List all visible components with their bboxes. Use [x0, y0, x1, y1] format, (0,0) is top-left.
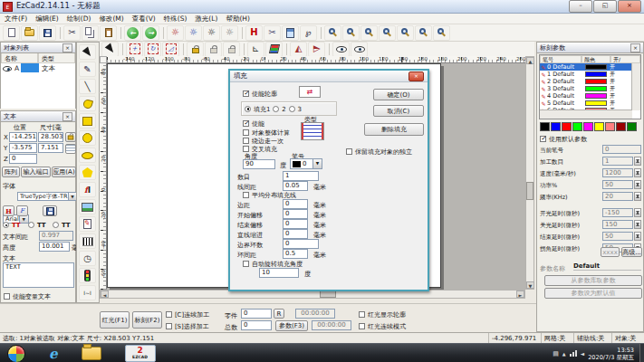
delay-field-2[interactable]: 50 — [602, 232, 633, 241]
text-content-field[interactable]: TEXT — [3, 262, 74, 288]
anchor-grid-button[interactable] — [65, 144, 76, 154]
zoom-window-button[interactable] — [360, 25, 378, 41]
mirror-vertical-button[interactable]: ◭ — [308, 42, 325, 57]
column-name[interactable]: 名称 — [1, 53, 38, 63]
object-name[interactable]: A — [14, 64, 19, 72]
fill-type-button[interactable] — [301, 122, 324, 140]
text-direction-arc[interactable]: TT — [53, 220, 71, 229]
pen-row-3[interactable]: ✎3 Default开 — [540, 85, 640, 92]
angle-field[interactable]: 90 — [243, 159, 275, 169]
continuous-checkbox[interactable]: [C]连续加工 — [166, 310, 209, 319]
input-indicator-icon[interactable]: ▤ — [553, 350, 559, 357]
font-type-select[interactable]: TrueType字体-TR — [17, 192, 78, 201]
ie-taskbar-icon[interactable]: e — [49, 346, 58, 362]
height-field[interactable]: 7.151 — [38, 143, 63, 153]
enable-outline-checkbox[interactable]: 使能轮廓 — [243, 89, 277, 99]
delay-spinner-2[interactable] — [634, 232, 641, 241]
line-tool-button[interactable]: ╲ — [79, 79, 96, 94]
lock-x-button[interactable] — [187, 42, 204, 57]
zoom-page-button[interactable] — [415, 25, 432, 41]
column-type[interactable]: 类型 — [38, 53, 75, 63]
tray-expand-icon[interactable]: ▲ — [562, 351, 566, 357]
use-default-checkbox[interactable]: 使用默认参数 — [540, 134, 587, 144]
total-count-field[interactable]: 0 — [241, 320, 272, 330]
set-default-button[interactable]: 参数设为默认值 — [544, 288, 642, 299]
keep-independent-checkbox[interactable]: 保留填充对象的独立 — [346, 147, 412, 157]
circle-tool-button[interactable] — [79, 130, 96, 146]
apply-button[interactable]: 应用(A) — [52, 167, 76, 177]
text-direction-vertical[interactable]: TT — [28, 220, 46, 229]
text-tool-button[interactable]: fI — [79, 182, 96, 197]
input-port-button[interactable]: 输入端口 — [21, 167, 51, 177]
galvo-1-button[interactable]: ☼ — [167, 25, 184, 41]
cut-button[interactable]: ✂ — [63, 25, 81, 41]
menu-item-7[interactable]: 帮助(H) — [226, 14, 250, 24]
undo-button[interactable]: ← — [124, 25, 141, 41]
pen-table-hscroll[interactable] — [540, 110, 632, 119]
network-icon[interactable] — [570, 350, 577, 357]
status-grid[interactable]: 网格:关 — [541, 333, 573, 343]
ring-space-field[interactable]: 0.5 — [283, 249, 308, 259]
fill2-radio[interactable]: 2 — [273, 104, 285, 113]
scroll-left-icon[interactable]: ◄ — [101, 291, 109, 298]
fill1-radio[interactable]: 填充1 — [245, 104, 270, 114]
select-mark-checkbox[interactable]: [S]选择加工 — [166, 321, 209, 331]
minimize-button[interactable]: – — [569, 0, 592, 13]
menu-item-2[interactable]: 绘制(D) — [67, 14, 91, 24]
rotate-button[interactable]: ↻ — [144, 42, 161, 57]
snap-button[interactable]: ⊾ — [247, 42, 264, 57]
delay-field-1[interactable]: 150 — [602, 220, 633, 229]
save-file-button[interactable] — [39, 25, 56, 41]
start-button[interactable] — [7, 345, 25, 362]
unknown-small-button[interactable]: xxxx — [601, 247, 620, 257]
ellipse-tool-button[interactable] — [79, 148, 96, 163]
pen-order-button[interactable]: ℘ — [300, 25, 317, 41]
outline-preview-button[interactable] — [299, 86, 321, 98]
delete-fill-button[interactable]: 删除填充 — [364, 123, 424, 136]
io-control-button[interactable] — [79, 268, 96, 283]
delay-spinner-1[interactable] — [634, 220, 641, 229]
pen-column-color[interactable]: 颜色 — [582, 55, 610, 63]
spacing-tool-button[interactable]: I~I — [79, 285, 96, 300]
vector-file-button[interactable] — [79, 216, 96, 232]
volume-icon[interactable]: ◄ — [581, 350, 585, 357]
zoom-prev-button[interactable] — [379, 25, 396, 41]
menu-item-3[interactable]: 修改(M) — [99, 14, 123, 24]
bitmap-tool-button[interactable] — [79, 199, 96, 214]
param-field-0[interactable]: 0 — [602, 145, 641, 154]
count-field[interactable]: 1 — [283, 171, 319, 181]
menu-item-5[interactable]: 特殊(S) — [164, 14, 187, 24]
start-offset-field[interactable]: 0 — [283, 209, 308, 219]
tray-clock[interactable]: 13:53 2020/7/3 星期五 — [588, 347, 634, 361]
part-count-field[interactable]: 0 — [241, 309, 272, 319]
restore-button[interactable]: ◱ — [593, 0, 617, 13]
vertical-scrollbar[interactable]: ▲ ▼ — [525, 56, 534, 290]
italic-button[interactable]: F — [16, 205, 28, 216]
select-tool-button[interactable] — [79, 44, 96, 60]
param-panel-button[interactable] — [282, 25, 299, 41]
param-spinner-1[interactable] — [634, 157, 641, 166]
param-spinner-3[interactable] — [634, 180, 641, 189]
save-font-button[interactable] — [43, 205, 57, 216]
text-direction-horizontal[interactable]: TT — [3, 220, 21, 229]
bold-button[interactable]: H — [3, 205, 14, 216]
array-button[interactable]: 阵列 — [2, 167, 20, 177]
palette-swatch-1[interactable] — [551, 122, 561, 131]
horizontal-scroll-thumb[interactable] — [320, 291, 336, 298]
rect-tool-button[interactable] — [79, 113, 96, 129]
palette-swatch-2[interactable] — [562, 122, 572, 131]
object-list-close-icon[interactable]: × — [62, 43, 72, 52]
translate-button[interactable]: + — [126, 42, 143, 57]
pen-row-4[interactable]: ✎4 Default开 — [540, 92, 640, 100]
pen-select-arrow-icon[interactable]: ▼ — [312, 159, 322, 168]
close-button[interactable]: × — [618, 0, 641, 13]
status-objects[interactable]: 对象:关 — [611, 333, 644, 343]
palette-swatch-4[interactable] — [583, 122, 593, 131]
width-field[interactable]: 28.503 — [38, 132, 63, 142]
zoom-all-button[interactable] — [433, 25, 450, 41]
lock-y-button[interactable] — [205, 42, 222, 57]
from-library-button[interactable]: 从参数库取参数 — [544, 275, 642, 286]
color-layers-button[interactable] — [265, 42, 283, 57]
delay-field-0[interactable]: -150 — [602, 208, 633, 217]
redo-button[interactable]: → — [142, 25, 159, 41]
